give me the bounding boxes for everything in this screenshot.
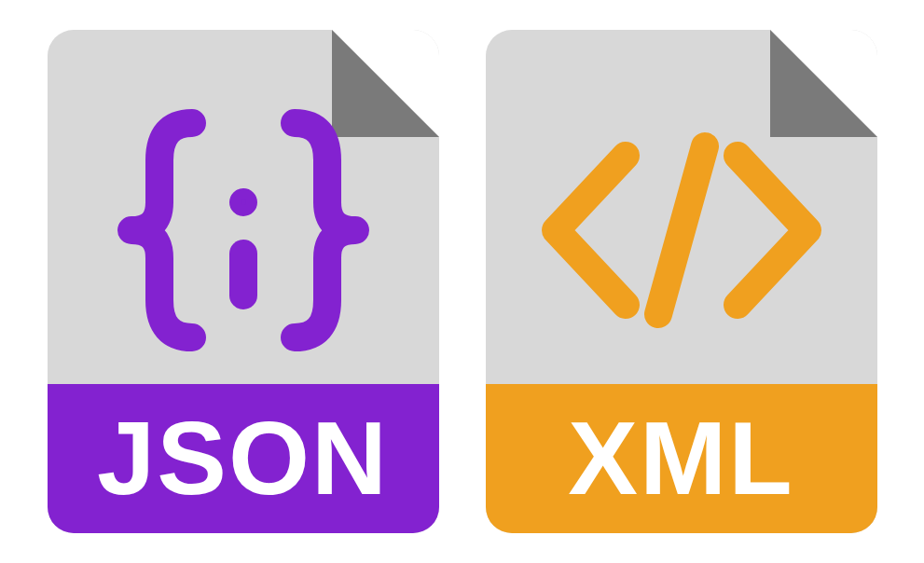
code-braces-icon (48, 86, 439, 375)
json-file-icon: JSON (48, 30, 439, 533)
json-label-band: JSON (48, 384, 439, 533)
code-tags-icon (486, 86, 877, 375)
xml-label-text: XML (568, 406, 793, 511)
xml-label-band: XML (486, 384, 877, 533)
svg-point-0 (238, 197, 249, 208)
json-label-text: JSON (97, 406, 389, 511)
xml-file-icon: XML (486, 30, 877, 533)
svg-line-2 (658, 146, 705, 314)
